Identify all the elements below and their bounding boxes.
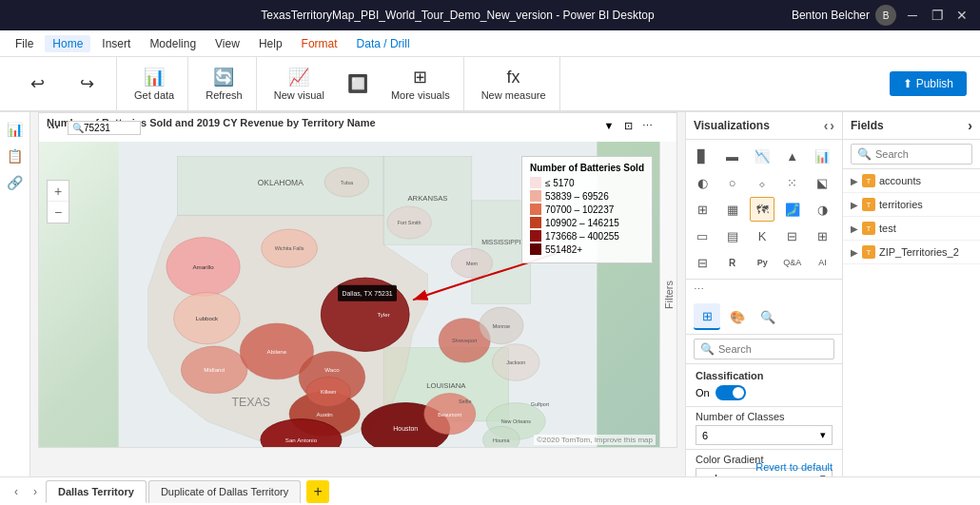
viz-combo-chart-icon[interactable]: 📊 [810, 144, 834, 168]
revert-button[interactable]: Revert to default [755, 461, 833, 473]
close-button[interactable]: ✕ [953, 7, 970, 24]
right-panels: Visualizations ‹ › ▊ ▬ 📉 ▲ 📊 ◐ ○ ⬦ ⁙ ⬕ [685, 112, 980, 476]
menu-insert[interactable]: Insert [94, 35, 138, 52]
nav-report-icon[interactable]: 📊 [4, 118, 27, 141]
viz-matrix-icon[interactable]: ⊟ [690, 250, 715, 275]
viz-slicer-icon[interactable]: ⊟ [780, 223, 805, 248]
viz-waterfall-icon[interactable]: ⬕ [810, 170, 834, 195]
tab-add-button[interactable]: + [306, 480, 329, 503]
viz-search-box: 🔍 [694, 339, 834, 359]
main-content: 📊 📋 🔗 Number of Batteries Sold and 2019 … [0, 112, 980, 476]
viz-panel-forward[interactable]: › [830, 118, 834, 133]
viz-multirow-icon[interactable]: ▤ [720, 223, 745, 248]
field-group-zip-header[interactable]: ▶ T ZIP_Territories_2 [847, 243, 976, 262]
svg-text:San Antonio: San Antonio [285, 437, 318, 443]
tab-dallas-territory[interactable]: Dallas Territory [46, 480, 147, 503]
undo-button[interactable]: ↩ [13, 69, 61, 98]
field-group-accounts-header[interactable]: ▶ T accounts [847, 171, 976, 190]
svg-text:Monroe: Monroe [493, 323, 510, 329]
menu-view[interactable]: View [207, 35, 247, 52]
user-avatar[interactable]: B [875, 5, 896, 26]
menu-data-drill[interactable]: Data / Drill [349, 35, 418, 52]
viz-pie-chart-icon[interactable]: ◐ [690, 170, 715, 195]
field-group-test: ▶ T test [843, 217, 980, 241]
svg-text:Fort Smith: Fort Smith [398, 220, 421, 225]
svg-text:LOUISIANA: LOUISIANA [426, 381, 466, 390]
viz-donut-chart-icon[interactable]: ○ [720, 170, 745, 195]
menu-modeling[interactable]: Modeling [142, 35, 204, 52]
new-visual-button[interactable]: 📈 New visual [266, 63, 332, 105]
viz-gauge-icon[interactable]: ◑ [810, 197, 834, 222]
tab-nav-left[interactable]: ‹ [8, 483, 25, 500]
viz-kpi-icon[interactable]: K [750, 223, 774, 248]
nav-model-icon[interactable]: 🔗 [4, 171, 27, 194]
refresh-button[interactable]: 🔄 Refresh [198, 63, 250, 105]
filter-icon[interactable]: ▼ [600, 117, 617, 134]
menu-home[interactable]: Home [45, 35, 90, 52]
menu-file[interactable]: File [8, 35, 41, 52]
svg-text:Austin: Austin [317, 411, 334, 418]
redo-button[interactable]: ↪ [63, 69, 110, 98]
field-group-test-header[interactable]: ▶ T test [847, 219, 976, 238]
viz-ribbon-icon[interactable]: ⊞ [690, 197, 715, 222]
visual-container: Number of Batteries Sold and 2019 CY Rev… [38, 112, 677, 448]
filters-panel[interactable]: Filters [659, 142, 676, 447]
minimize-button[interactable]: ─ [904, 7, 921, 24]
num-classes-select[interactable]: 6 ▾ [696, 425, 833, 445]
viz-search-icon: 🔍 [700, 342, 715, 356]
legend-item-6: 551482+ [530, 243, 644, 255]
viz-tab-format[interactable]: 🎨 [724, 303, 751, 330]
zip-icon: T [862, 245, 875, 259]
viz-table-icon[interactable]: ⊞ [810, 223, 834, 248]
viz-search-input[interactable] [718, 343, 828, 355]
territories-label: territories [879, 199, 923, 210]
viz-line-chart-icon[interactable]: 📉 [750, 144, 774, 168]
menu-format[interactable]: Format [294, 35, 345, 52]
svg-text:Lubbock: Lubbock [196, 315, 219, 321]
publish-button[interactable]: ⬆ Publish [890, 71, 967, 96]
viz-stacked-bar-icon[interactable]: ▬ [720, 144, 745, 168]
title-bar-title: TexasTerritoryMap_PBI_World_Tour_Demo_Ne… [124, 9, 792, 22]
viz-tab-fields[interactable]: ⊞ [694, 303, 720, 330]
left-nav: 📊 📋 🔗 [0, 112, 30, 476]
more-visuals-button[interactable]: ⊞ More visuals [383, 63, 458, 105]
legend-item-1: ≤ 5170 [530, 177, 644, 188]
visual-menu-icon[interactable]: ⋯ [43, 117, 64, 138]
tab-duplicate-dallas[interactable]: Duplicate of Dallas Territory [148, 480, 301, 503]
viz-bar-chart-icon[interactable]: ▊ [690, 144, 715, 168]
restore-button[interactable]: ❐ [929, 7, 946, 24]
zoom-in-button[interactable]: + [48, 181, 69, 202]
viz-map-icon viz-map-active[interactable]: 🗺 [750, 197, 774, 222]
fields-search-input[interactable] [875, 148, 966, 160]
viz-scatter-icon[interactable]: ⁙ [780, 170, 805, 195]
viz-python-icon[interactable]: Py [750, 250, 774, 275]
focus-mode-icon[interactable]: ⊡ [619, 117, 637, 134]
get-data-button[interactable]: 📊 Get data [127, 63, 182, 105]
viz-tab-analytics[interactable]: 🔍 [755, 303, 781, 330]
viz-filled-map-icon[interactable]: 🗾 [780, 197, 805, 222]
fields-panel: Fields › 🔍 ▶ T accounts ▶ [842, 112, 980, 476]
viz-qa-icon[interactable]: Q&A [780, 250, 805, 275]
viz-treemap-icon[interactable]: ▦ [720, 197, 745, 222]
title-bar-controls: Benton Belcher B ─ ❐ ✕ [792, 5, 970, 26]
viz-tabs: ⊞ 🎨 🔍 [686, 300, 842, 335]
fields-panel-header: Fields › [843, 112, 980, 140]
tab-nav-right[interactable]: › [27, 483, 44, 500]
text-box-button[interactable]: 🔲 [334, 69, 382, 98]
field-group-territories-header[interactable]: ▶ T territories [847, 195, 976, 214]
viz-funnel-icon[interactable]: ⬦ [750, 170, 774, 195]
ribbon-group-insert: 📈 New visual 🔲 ⊞ More visuals [261, 57, 464, 110]
nav-data-icon[interactable]: 📋 [4, 145, 27, 167]
menu-help[interactable]: Help [251, 35, 290, 52]
viz-ai-icon[interactable]: AI [810, 250, 834, 275]
viz-area-chart-icon[interactable]: ▲ [780, 144, 805, 168]
classification-toggle[interactable] [715, 385, 746, 400]
more-options-icon[interactable]: ⋯ [638, 117, 656, 134]
fields-panel-expand[interactable]: › [968, 118, 972, 133]
new-measure-button[interactable]: fx New measure [474, 64, 554, 105]
viz-card-icon[interactable]: ▭ [690, 223, 715, 248]
viz-panel-back[interactable]: ‹ [824, 118, 829, 133]
zoom-out-button[interactable]: − [48, 202, 69, 223]
viz-r-visual-icon[interactable]: R [720, 250, 745, 275]
visual-search-input[interactable] [84, 123, 136, 133]
